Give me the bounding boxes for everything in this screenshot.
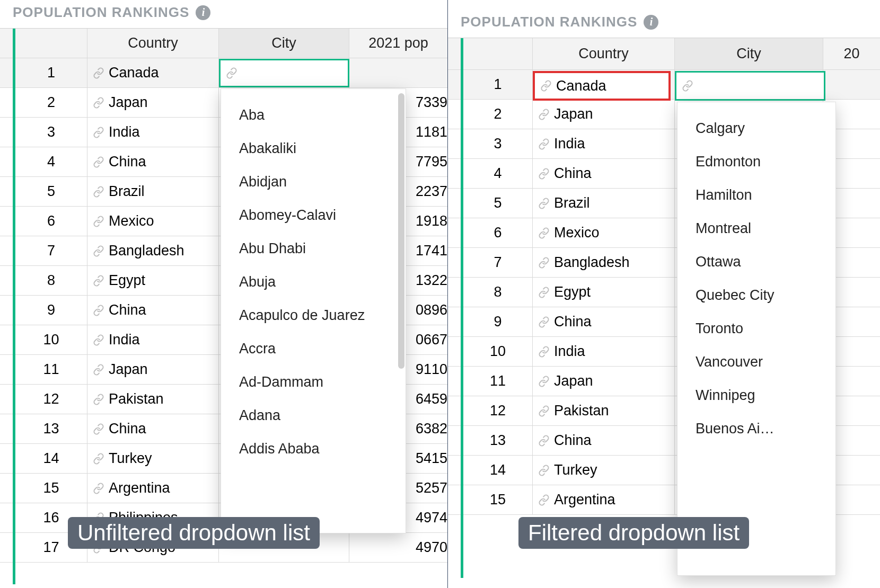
dropdown-item[interactable]: Addis Ababa xyxy=(221,432,406,466)
dropdown-item[interactable]: Edmonton xyxy=(677,145,835,179)
dropdown-item[interactable]: Quebec City xyxy=(677,279,835,312)
row-index: 9 xyxy=(15,296,87,325)
country-cell[interactable]: China xyxy=(87,414,219,443)
country-cell-value: Mexico xyxy=(554,225,600,241)
city-dropdown-filtered[interactable]: CalgaryEdmontonHamiltonMontrealOttawaQue… xyxy=(677,102,836,576)
country-cell[interactable]: Pakistan xyxy=(533,396,675,425)
country-cell-value: Brazil xyxy=(554,195,590,211)
row-index: 11 xyxy=(463,367,533,396)
country-cell[interactable]: Egypt xyxy=(533,278,675,307)
info-icon[interactable]: i xyxy=(644,15,658,30)
country-cell-value: India xyxy=(554,136,585,152)
country-cell[interactable]: India xyxy=(533,129,675,158)
col-header-index[interactable] xyxy=(15,29,87,58)
dropdown-item[interactable]: Calgary xyxy=(677,112,835,145)
link-icon xyxy=(540,80,552,92)
dropdown-item[interactable]: Abuja xyxy=(221,265,406,299)
link-icon xyxy=(93,97,104,109)
row-index: 12 xyxy=(15,385,87,414)
country-cell-value: China xyxy=(109,154,146,170)
dropdown-item[interactable]: Acapulco de Juarez xyxy=(221,299,406,332)
col-header-pop[interactable]: 20 xyxy=(823,38,880,69)
country-cell-value: Japan xyxy=(109,94,148,111)
city-dropdown-unfiltered[interactable]: AbaAbakalikiAbidjanAbomey-CalaviAbu Dhab… xyxy=(221,88,406,533)
country-cell[interactable]: Argentina xyxy=(87,474,219,503)
country-cell-value: China xyxy=(554,314,592,330)
dropdown-item[interactable]: Vancouver xyxy=(677,345,835,379)
col-header-country[interactable]: Country xyxy=(87,29,219,58)
country-cell-value: Japan xyxy=(554,106,593,122)
country-cell[interactable]: India xyxy=(87,325,219,354)
country-cell[interactable]: India xyxy=(533,337,675,366)
link-icon xyxy=(93,364,104,376)
country-cell[interactable]: Japan xyxy=(533,367,675,396)
row-index: 8 xyxy=(15,266,87,295)
dropdown-item[interactable]: Abomey-Calavi xyxy=(221,199,406,232)
dropdown-item[interactable]: Ottawa xyxy=(677,245,835,279)
row-index: 13 xyxy=(463,426,533,455)
dropdown-item[interactable]: Hamilton xyxy=(677,179,835,212)
country-cell[interactable]: Turkey xyxy=(533,456,675,485)
dropdown-item[interactable]: Abakaliki xyxy=(221,132,406,165)
row-index: 3 xyxy=(463,129,533,158)
row-index: 6 xyxy=(463,218,533,247)
country-cell[interactable]: China xyxy=(533,426,675,455)
country-cell-value: China xyxy=(554,165,592,182)
col-header-country[interactable]: Country xyxy=(533,38,675,69)
city-input-cell[interactable] xyxy=(675,71,825,101)
country-cell[interactable]: Mexico xyxy=(533,218,675,247)
country-cell[interactable]: Pakistan xyxy=(87,385,219,414)
country-cell[interactable]: Brazil xyxy=(87,177,219,206)
country-cell[interactable]: Japan xyxy=(533,100,675,129)
col-header-index[interactable] xyxy=(463,38,533,69)
dropdown-item[interactable]: Winnipeg xyxy=(677,379,835,412)
link-icon xyxy=(93,483,104,494)
dropdown-item[interactable]: Toronto xyxy=(677,312,835,345)
dropdown-item[interactable]: Ad-Dammam xyxy=(221,366,406,399)
row-index: 15 xyxy=(15,474,87,503)
dropdown-scrollbar[interactable] xyxy=(398,93,404,369)
country-cell[interactable]: Brazil xyxy=(533,189,675,218)
country-cell-value: Argentina xyxy=(109,480,170,496)
row-index: 12 xyxy=(463,396,533,425)
country-cell[interactable]: China xyxy=(533,159,675,188)
col-header-city[interactable]: City xyxy=(675,38,823,69)
country-cell-value: Canada xyxy=(109,65,159,81)
country-cell[interactable]: China xyxy=(533,307,675,336)
country-cell-highlighted[interactable]: Canada xyxy=(533,71,671,101)
col-header-city[interactable]: City xyxy=(219,29,349,58)
dropdown-item[interactable]: Abidjan xyxy=(221,165,406,199)
country-cell[interactable]: Turkey xyxy=(87,444,219,473)
dropdown-item[interactable]: Montreal xyxy=(677,212,835,245)
country-cell-value: China xyxy=(109,421,146,437)
dropdown-item[interactable]: Aba xyxy=(221,99,406,132)
row-index: 7 xyxy=(463,248,533,277)
country-cell[interactable]: Mexico xyxy=(87,207,219,236)
country-cell[interactable]: Bangladesh xyxy=(533,248,675,277)
dropdown-item[interactable]: Accra xyxy=(221,332,406,366)
info-icon[interactable]: i xyxy=(196,5,210,20)
link-icon xyxy=(93,453,104,465)
dropdown-item[interactable]: Buenos Ai… xyxy=(677,412,835,446)
country-cell[interactable]: Canada xyxy=(87,58,219,87)
country-cell[interactable]: India xyxy=(87,118,219,147)
country-cell[interactable]: Japan xyxy=(87,88,219,117)
country-cell-value: Pakistan xyxy=(554,403,609,419)
country-cell[interactable]: Japan xyxy=(87,355,219,384)
dropdown-item[interactable]: Abu Dhabi xyxy=(221,232,406,265)
link-icon xyxy=(538,435,550,447)
link-icon xyxy=(93,334,104,346)
country-cell-value: Bangladesh xyxy=(554,254,630,271)
col-header-pop[interactable]: 2021 pop xyxy=(349,29,447,58)
country-cell[interactable]: Argentina xyxy=(533,485,675,514)
country-cell[interactable]: China xyxy=(87,296,219,325)
city-input-cell[interactable] xyxy=(219,59,349,87)
country-cell[interactable]: Egypt xyxy=(87,266,219,295)
row-index: 9 xyxy=(463,307,533,336)
country-cell[interactable]: Bangladesh xyxy=(87,236,219,265)
row-index: 10 xyxy=(15,325,87,354)
grid-header-row: Country City 2021 pop xyxy=(0,29,447,58)
country-cell[interactable]: China xyxy=(87,147,219,176)
dropdown-item[interactable]: Adana xyxy=(221,399,406,432)
country-cell-value: Bangladesh xyxy=(109,243,184,259)
